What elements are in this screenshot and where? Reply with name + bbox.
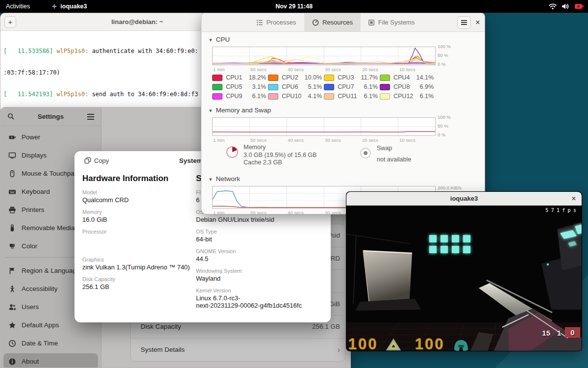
ioquake3-window: ioquake3	[346, 191, 582, 351]
app-icon	[51, 3, 57, 9]
tab-file-systems[interactable]: File Systems	[361, 13, 422, 31]
cpu-legend-item: CPU53.1%	[212, 83, 266, 92]
armor-icon	[386, 338, 401, 351]
cpu-legend-item: CPU118.2%	[212, 74, 266, 82]
cpu-legend-item: CPU414.1%	[380, 74, 434, 82]
network-max-label: 200.0 KiB/s	[438, 185, 468, 190]
game-title: ioquake3	[450, 195, 478, 202]
hardware-info-column: Hardware Information ModelQualcomm CRD M…	[82, 174, 195, 296]
gauge-icon	[312, 19, 319, 26]
memory-legend: Memory 3.0 GB (19.5%) of 15.6 GB Cache 2…	[244, 144, 317, 167]
legend-swatch	[380, 93, 390, 100]
cpu-y-label: 50 %	[438, 53, 448, 58]
game-close-button[interactable]	[569, 194, 579, 204]
legend-swatch	[324, 84, 334, 90]
score-2: 1	[557, 329, 561, 337]
legend-swatch	[212, 93, 222, 100]
legend-swatch	[380, 75, 390, 81]
swap-icon	[359, 147, 372, 159]
cpu-legend-item: CPU311.7%	[324, 74, 378, 82]
status-area[interactable]	[549, 0, 584, 13]
battery-critical-icon	[574, 3, 584, 10]
cpu-graph	[212, 47, 436, 65]
monitor-menu-button[interactable]	[457, 16, 471, 29]
legend-swatch	[268, 84, 278, 90]
legend-swatch	[324, 75, 334, 81]
legend-swatch	[212, 84, 222, 90]
list-icon	[256, 19, 263, 26]
copy-button[interactable]: Copy	[80, 155, 113, 166]
cpu-legend-item: CPU86.9%	[380, 83, 434, 92]
legend-swatch	[212, 75, 222, 81]
score-1: 15	[542, 329, 550, 337]
disk-icon	[368, 19, 375, 26]
desktop: linaro@debian: ~ [ 11.533586] wlP5p1s0: …	[0, 0, 588, 368]
focused-app-menu[interactable]: ioquake3	[46, 0, 93, 13]
swap-legend: Swap not available	[377, 145, 411, 163]
cpu-legend-item: CPU76.1%	[324, 83, 378, 92]
tab-resources[interactable]: Resources	[304, 13, 361, 31]
legend-swatch	[268, 75, 278, 81]
fps-counter: 571fps	[545, 207, 579, 213]
score-leader-box: 0	[565, 327, 580, 338]
cpu-section-header[interactable]: CPU	[209, 36, 230, 43]
activities-button[interactable]: Activities	[0, 0, 36, 13]
score-3: 0	[570, 328, 574, 337]
cpu-legend-item: CPU210.0%	[268, 74, 322, 82]
copy-icon	[84, 157, 91, 164]
wifi-icon	[549, 3, 557, 10]
new-tab-button[interactable]	[4, 16, 16, 28]
helmet-icon	[452, 337, 470, 351]
memory-section-header[interactable]: Memory and Swap	[209, 106, 271, 114]
disclosure-icon	[209, 36, 212, 43]
cpu-y-label: 0 %	[438, 61, 445, 67]
network-section-header[interactable]: Network	[209, 175, 240, 183]
monitor-header: Processes Resources File Systems	[201, 13, 485, 32]
system-monitor-window: Processes Resources File Systems CPU 100…	[201, 13, 485, 214]
game-viewport[interactable]: 571fps 100 100 15 1 0	[346, 206, 582, 351]
legend-swatch	[380, 84, 390, 90]
monitor-close-button[interactable]	[473, 18, 483, 27]
game-titlebar: ioquake3	[346, 192, 582, 206]
cpu-legend-item: CPU126.1%	[380, 93, 434, 101]
memory-pie-icon	[225, 145, 240, 159]
cpu-legend-item: CPU65.1%	[268, 83, 322, 92]
legend-swatch	[268, 93, 278, 100]
armor-value: 100	[415, 336, 445, 351]
tab-processes[interactable]: Processes	[248, 13, 304, 31]
cpu-legend-item: CPU104.1%	[268, 93, 322, 101]
disclosure-icon	[209, 175, 212, 183]
cpu-legend-item: CPU116.1%	[324, 93, 378, 101]
volume-icon	[562, 3, 569, 10]
legend-swatch	[324, 93, 334, 100]
memory-graph	[212, 117, 436, 136]
terminal-title: linaro@debian: ~	[111, 18, 163, 26]
hardware-info-heading: Hardware Information	[82, 174, 195, 184]
top-bar: Activities ioquake3 Nov 29 11:48	[0, 0, 588, 13]
health-value: 100	[348, 336, 378, 351]
disclosure-icon	[209, 106, 212, 114]
cpu-legend-item: CPU96.1%	[212, 93, 266, 101]
cpu-y-label: 100 %	[438, 44, 451, 49]
